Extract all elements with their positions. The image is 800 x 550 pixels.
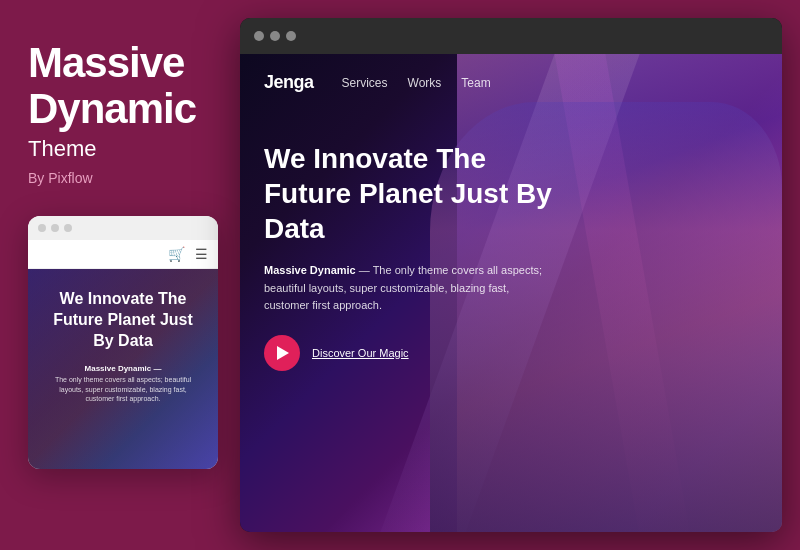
preview-desc-text: The only theme covers all aspects; beaut… — [44, 375, 202, 404]
browser-title-bar — [240, 18, 782, 54]
browser-dot-2 — [270, 31, 280, 41]
hero-desc-dash: — — [356, 264, 373, 276]
preview-window-dots — [28, 216, 218, 240]
hero-content-area: We Innovate The Future Planet Just By Da… — [240, 111, 782, 391]
play-icon — [277, 346, 289, 360]
browser-window: Jenga Services Works Team We Innovate Th… — [240, 18, 782, 532]
site-logo: Jenga — [264, 72, 314, 93]
theme-title-line2: Dynamic — [28, 86, 212, 132]
nav-link-team[interactable]: Team — [461, 76, 490, 90]
hero-description: Massive Dynamic — The only theme covers … — [264, 262, 544, 315]
hero-desc-bold: Massive Dynamic — [264, 264, 356, 276]
preview-nav-bar: 🛒 ☰ — [28, 240, 218, 269]
dot-red — [38, 224, 46, 232]
preview-hero-text: We Innovate The Future Planet Just By Da… — [44, 289, 202, 351]
mobile-preview-card: 🛒 ☰ We Innovate The Future Planet Just B… — [28, 216, 218, 469]
nav-links: Services Works Team — [342, 76, 491, 90]
play-button[interactable] — [264, 335, 300, 371]
preview-hero-content: We Innovate The Future Planet Just By Da… — [28, 269, 218, 469]
theme-by: By Pixflow — [28, 170, 212, 186]
theme-subtitle: Theme — [28, 136, 212, 162]
nav-link-services[interactable]: Services — [342, 76, 388, 90]
menu-icon: ☰ — [195, 246, 208, 262]
cta-row: Discover Our Magic — [264, 335, 758, 371]
dot-green — [64, 224, 72, 232]
left-panel: Massive Dynamic Theme By Pixflow 🛒 ☰ We … — [0, 0, 240, 550]
cta-link[interactable]: Discover Our Magic — [312, 347, 409, 359]
cart-icon: 🛒 — [168, 246, 185, 262]
site-navigation: Jenga Services Works Team — [240, 54, 782, 111]
theme-title: Massive Dynamic — [28, 40, 212, 132]
hero-heading: We Innovate The Future Planet Just By Da… — [264, 141, 564, 246]
theme-title-line1: Massive — [28, 40, 212, 86]
dot-yellow — [51, 224, 59, 232]
preview-desc-bold: Massive Dynamic — — [44, 364, 202, 373]
browser-content: Jenga Services Works Team We Innovate Th… — [240, 54, 782, 532]
browser-dot-1 — [254, 31, 264, 41]
nav-link-works[interactable]: Works — [408, 76, 442, 90]
browser-dot-3 — [286, 31, 296, 41]
